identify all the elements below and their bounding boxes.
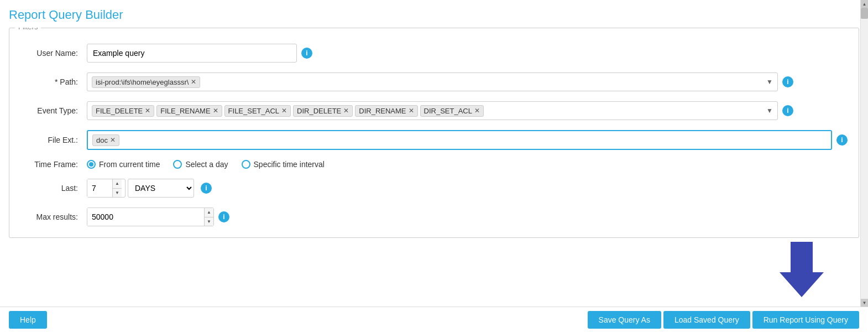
radio-outer-interval: [242, 160, 250, 169]
radio-select-day[interactable]: Select a day: [173, 160, 228, 169]
main-container: Report Query Builder ▲ ▼ Filters User Na…: [0, 0, 868, 332]
eventtype-row: Event Type: FILE_DELETE ✕ FILE_RENAME ✕ …: [20, 101, 848, 120]
maxresults-spin-up[interactable]: ▲: [205, 208, 213, 217]
save-query-button[interactable]: Save Query As: [588, 311, 661, 329]
eventtype-dropdown-arrow[interactable]: ▼: [766, 107, 773, 115]
radio-inner-current: [89, 162, 93, 167]
eventtype-tag-remove-0[interactable]: ✕: [145, 107, 150, 115]
radio-label-interval: Specific time interval: [254, 160, 325, 169]
path-info-icon[interactable]: i: [782, 76, 793, 87]
eventtype-label: Event Type:: [20, 106, 87, 115]
fileext-tag-0: doc ✕: [92, 134, 119, 146]
timeframe-row: Time Frame: From current time Select a d…: [20, 160, 848, 169]
eventtype-tag-remove-2[interactable]: ✕: [281, 107, 287, 115]
eventtype-tag-2: FILE_SET_ACL ✕: [224, 105, 291, 117]
eventtype-tag-remove-4[interactable]: ✕: [409, 107, 414, 115]
username-input[interactable]: [87, 44, 297, 63]
eventtype-tag-remove-3[interactable]: ✕: [343, 107, 349, 115]
path-tag-text: isi-prod:\ifs\home\eyeglasssr\: [96, 78, 189, 86]
eventtype-input[interactable]: FILE_DELETE ✕ FILE_RENAME ✕ FILE_SET_ACL…: [87, 101, 778, 120]
scrollbar-track[interactable]: ▲ ▼: [860, 0, 868, 307]
path-row: * Path: isi-prod:\ifs\home\eyeglasssr\ ✕…: [20, 72, 848, 91]
scrollbar-arrow-up[interactable]: ▲: [861, 0, 868, 8]
radio-outer-day: [173, 160, 182, 169]
maxresults-spin-down[interactable]: ▼: [205, 217, 213, 226]
timeframe-label: Time Frame:: [20, 160, 87, 169]
last-row: Last: ▲ ▼ HOURS DAYS WEEKS MONTHS: [20, 179, 848, 198]
path-tag-0: isi-prod:\ifs\home\eyeglasssr\ ✕: [92, 76, 200, 88]
radio-from-current-time[interactable]: From current time: [87, 160, 160, 169]
content-area: Filters User Name: i * Path: isi-prod:\i…: [0, 28, 868, 332]
last-spin-down[interactable]: ▼: [113, 189, 122, 198]
maxresults-wrapper: ▲ ▼: [87, 208, 214, 226]
eventtype-info-icon[interactable]: i: [782, 105, 793, 116]
path-label: * Path:: [20, 77, 87, 86]
arrow-down-icon: [780, 242, 824, 297]
last-number-input[interactable]: [87, 179, 112, 197]
last-spin-up[interactable]: ▲: [113, 179, 122, 189]
eventtype-tag-5: DIR_SET_ACL ✕: [420, 105, 484, 117]
timeframe-radio-group: From current time Select a day Specific …: [87, 160, 325, 169]
scrollbar-arrow-down[interactable]: ▼: [861, 299, 868, 307]
last-unit-select[interactable]: HOURS DAYS WEEKS MONTHS: [128, 179, 194, 198]
radio-outer-current: [87, 160, 96, 169]
eventtype-tag-0: FILE_DELETE ✕: [92, 105, 154, 117]
svg-marker-0: [780, 242, 824, 297]
radio-specific-interval[interactable]: Specific time interval: [242, 160, 325, 169]
radio-label-current: From current time: [99, 160, 160, 169]
path-tag-remove-0[interactable]: ✕: [191, 78, 196, 86]
fileext-row: File Ext.: doc ✕ i: [20, 130, 848, 150]
filters-group: Filters User Name: i * Path: isi-prod:\i…: [9, 28, 859, 238]
radio-label-day: Select a day: [185, 160, 228, 169]
fileext-tag-remove-0[interactable]: ✕: [110, 136, 116, 144]
username-info-icon[interactable]: i: [301, 48, 312, 59]
eventtype-tag-3: DIR_DELETE ✕: [293, 105, 353, 117]
path-dropdown-arrow[interactable]: ▼: [766, 78, 773, 86]
username-label: User Name:: [20, 49, 87, 58]
maxresults-input[interactable]: [87, 208, 204, 226]
arrow-down-container: [780, 242, 824, 299]
footer-bar: Help Save Query As Load Saved Query Run …: [0, 307, 868, 332]
last-info-icon[interactable]: i: [201, 183, 212, 194]
fileext-input[interactable]: doc ✕: [87, 130, 832, 150]
eventtype-tag-4: DIR_RENAME ✕: [355, 105, 417, 117]
filters-legend: Filters: [15, 28, 41, 31]
path-input[interactable]: isi-prod:\ifs\home\eyeglasssr\ ✕ ▼: [87, 72, 778, 91]
eventtype-tag-remove-5[interactable]: ✕: [474, 107, 480, 115]
page-title: Report Query Builder: [0, 0, 868, 28]
scrollbar-thumb[interactable]: [861, 8, 868, 19]
maxresults-row: Max results: ▲ ▼ i: [20, 208, 848, 226]
action-buttons: Save Query As Load Saved Query Run Repor…: [588, 311, 859, 329]
last-spin-buttons: ▲ ▼: [112, 179, 122, 197]
help-button[interactable]: Help: [9, 311, 47, 329]
last-label: Last:: [20, 184, 87, 193]
last-number-wrapper: ▲ ▼: [87, 179, 126, 198]
run-report-button[interactable]: Run Report Using Query: [752, 311, 859, 329]
maxresults-label: Max results:: [20, 212, 87, 221]
load-query-button[interactable]: Load Saved Query: [663, 311, 750, 329]
username-row: User Name: i: [20, 44, 848, 63]
fileext-info-icon[interactable]: i: [836, 134, 848, 146]
fileext-label: File Ext.:: [20, 136, 87, 144]
maxresults-info-icon[interactable]: i: [218, 211, 229, 222]
last-inputs: ▲ ▼ HOURS DAYS WEEKS MONTHS i: [87, 179, 212, 198]
eventtype-tag-1: FILE_RENAME ✕: [156, 105, 222, 117]
maxresults-spin-buttons: ▲ ▼: [204, 208, 213, 226]
eventtype-tag-remove-1[interactable]: ✕: [213, 107, 218, 115]
